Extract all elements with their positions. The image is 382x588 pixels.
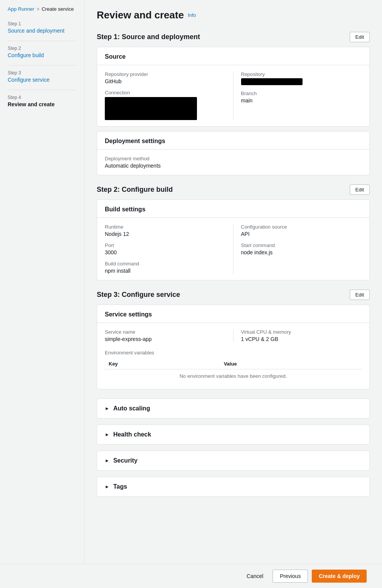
step2-section: Step 2: Configure build Edit Build setti…	[97, 184, 370, 280]
runtime-value: Nodejs 12	[105, 231, 225, 237]
cancel-button[interactable]: Cancel	[241, 570, 269, 583]
env-value-col: Value	[220, 359, 362, 369]
source-right: Repository Branch main	[233, 71, 362, 120]
start-command-label: Start command	[241, 242, 362, 248]
sidebar-step4-name: Review and create	[8, 101, 76, 107]
accordion-tags: ► Tags	[97, 477, 370, 497]
step1-section: Step 1: Source and deployment Edit Sourc…	[97, 32, 370, 175]
connection-label: Connection	[105, 90, 225, 96]
vcpu-value: 1 vCPU & 2 GB	[241, 336, 362, 342]
build-command-label: Build command	[105, 261, 225, 267]
accordion-health-check-header[interactable]: ► Health check	[97, 425, 369, 444]
sidebar-step3-name[interactable]: Configure service	[8, 77, 76, 83]
deployment-method-value: Automatic deployments	[105, 163, 362, 169]
service-card-grid: Service name simple-express-app Virtual …	[105, 329, 362, 342]
sidebar-step2-label: Step 2	[8, 46, 76, 51]
accordion-health-check-label: Health check	[113, 431, 151, 438]
build-right: Configuration source API Start command n…	[233, 224, 362, 274]
step1-title: Step 1: Source and deployment	[97, 33, 200, 41]
step3-title: Step 3: Configure service	[97, 291, 180, 299]
sidebar-step3-label: Step 3	[8, 70, 76, 76]
service-name-value: simple-express-app	[105, 336, 225, 342]
accordion-auto-scaling-arrow: ►	[105, 406, 109, 411]
accordion-health-check: ► Health check	[97, 425, 370, 445]
accordion-tags-label: Tags	[113, 483, 127, 490]
deployment-method-label: Deployment method	[105, 156, 362, 161]
footer-bar: Cancel Previous Create & deploy	[0, 564, 382, 588]
accordion-security-header[interactable]: ► Security	[97, 451, 369, 470]
service-card-body: Service name simple-express-app Virtual …	[97, 323, 369, 389]
sidebar-item-step3[interactable]: Step 3 Configure service	[8, 70, 76, 83]
breadcrumb: App Runner > Create service	[8, 6, 76, 12]
service-right: Virtual CPU & memory 1 vCPU & 2 GB	[233, 329, 362, 342]
deployment-card-body: Deployment method Automatic deployments	[97, 150, 369, 175]
sidebar-item-step2[interactable]: Step 2 Configure build	[8, 46, 76, 58]
accordion-security: ► Security	[97, 451, 370, 471]
config-source-value: API	[241, 231, 362, 237]
sidebar-step1-label: Step 1	[8, 21, 76, 26]
branch-label: Branch	[241, 91, 362, 96]
accordion-auto-scaling: ► Auto scaling	[97, 399, 370, 418]
source-card-grid: Repository provider GitHub Connection Re…	[105, 71, 362, 120]
info-link[interactable]: Info	[188, 12, 196, 18]
page-title: Review and create	[97, 9, 184, 21]
build-card-title: Build settings	[97, 200, 369, 218]
source-card-title: Source	[97, 47, 369, 65]
breadcrumb-current: Create service	[41, 6, 74, 12]
env-empty-msg: No environment variables have been confi…	[105, 369, 362, 383]
connection-redacted	[105, 97, 197, 120]
step3-edit-button[interactable]: Edit	[350, 290, 370, 300]
step2-title: Step 2: Configure build	[97, 186, 173, 194]
step2-edit-button[interactable]: Edit	[350, 184, 370, 195]
accordion-health-check-arrow: ►	[105, 432, 109, 437]
start-command-value: node index.js	[241, 249, 362, 255]
repo-redacted	[241, 78, 303, 85]
port-value: 3000	[105, 249, 225, 255]
repo-provider-value: GitHub	[105, 78, 225, 84]
source-left: Repository provider GitHub Connection	[105, 71, 233, 120]
build-command-value: npm install	[105, 268, 225, 274]
repo-provider-label: Repository provider	[105, 71, 225, 77]
source-card-body: Repository provider GitHub Connection Re…	[97, 65, 369, 126]
step1-header: Step 1: Source and deployment Edit	[97, 32, 370, 42]
step3-header: Step 3: Configure service Edit	[97, 290, 370, 300]
accordion-auto-scaling-header[interactable]: ► Auto scaling	[97, 399, 369, 418]
vcpu-label: Virtual CPU & memory	[241, 329, 362, 335]
build-card-grid: Runtime Nodejs 12 Port 3000 Build comman…	[105, 224, 362, 274]
accordion-security-label: Security	[113, 457, 137, 464]
service-left: Service name simple-express-app	[105, 329, 233, 342]
previous-button[interactable]: Previous	[273, 570, 308, 583]
accordion-security-arrow: ►	[105, 458, 109, 463]
deployment-card-title: Deployment settings	[97, 132, 369, 150]
breadcrumb-separator: >	[36, 7, 39, 12]
service-card: Service settings Service name simple-exp…	[97, 305, 370, 389]
env-key-col: Key	[105, 359, 220, 369]
deployment-card: Deployment settings Deployment method Au…	[97, 131, 370, 175]
build-card: Build settings Runtime Nodejs 12 Port 30…	[97, 199, 370, 280]
service-name-label: Service name	[105, 329, 225, 335]
service-card-title: Service settings	[97, 305, 369, 323]
port-label: Port	[105, 242, 225, 248]
accordion-tags-header[interactable]: ► Tags	[97, 477, 369, 496]
sidebar: App Runner > Create service Step 1 Sourc…	[0, 0, 84, 588]
sidebar-item-step1[interactable]: Step 1 Source and deployment	[8, 21, 76, 34]
step1-edit-button[interactable]: Edit	[350, 32, 370, 42]
accordion-tags-arrow: ►	[105, 484, 109, 489]
sidebar-step1-name[interactable]: Source and deployment	[8, 28, 76, 34]
env-empty-row: No environment variables have been confi…	[105, 369, 362, 383]
env-vars-table: Key Value No environment variables have …	[105, 359, 362, 383]
env-vars-section: Environment variables Key Value No en	[105, 350, 362, 383]
repo-label: Repository	[241, 71, 362, 77]
build-left: Runtime Nodejs 12 Port 3000 Build comman…	[105, 224, 233, 274]
runtime-label: Runtime	[105, 224, 225, 230]
sidebar-step2-name[interactable]: Configure build	[8, 52, 76, 58]
source-card: Source Repository provider GitHub Connec…	[97, 47, 370, 127]
breadcrumb-app-runner[interactable]: App Runner	[8, 6, 34, 12]
accordion-auto-scaling-label: Auto scaling	[113, 405, 150, 412]
main-content: Review and create Info Step 1: Source an…	[84, 0, 382, 588]
step3-section: Step 3: Configure service Edit Service s…	[97, 290, 370, 389]
env-vars-label: Environment variables	[105, 350, 362, 356]
step2-header: Step 2: Configure build Edit	[97, 184, 370, 195]
sidebar-item-step4: Step 4 Review and create	[8, 95, 76, 107]
create-deploy-button[interactable]: Create & deploy	[312, 570, 367, 583]
